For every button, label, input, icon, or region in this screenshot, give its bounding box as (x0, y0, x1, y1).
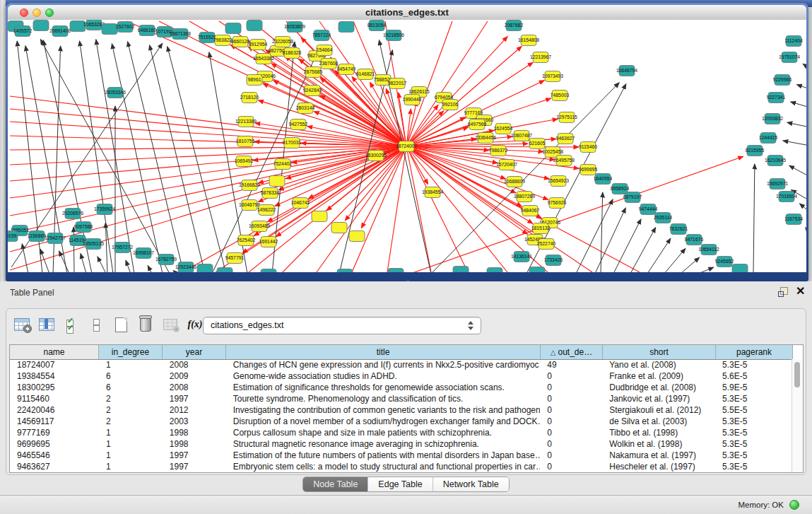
graph-node[interactable]: 12213967 (530, 52, 551, 63)
tab-edge-table[interactable]: Edge Table (368, 477, 433, 491)
graph-node[interactable]: 1624554 (494, 124, 513, 134)
graph-node[interactable]: 1810755 (236, 136, 255, 147)
table-settings-icon[interactable] (13, 315, 31, 334)
graph-node[interactable]: 2522740 (537, 239, 556, 250)
table-row[interactable]: 1938455462009Genome-wide association stu… (10, 370, 792, 382)
graph-node[interactable]: 12923446 (175, 262, 196, 273)
graph-node[interactable]: 23226058 (272, 37, 293, 47)
graph-node[interactable]: 39159 (8, 231, 18, 242)
graph-node[interactable] (339, 22, 354, 33)
graph-hub-node[interactable]: 18724007 (396, 141, 417, 152)
graph-node[interactable]: 8186328 (283, 48, 302, 59)
graph-node[interactable]: 2087682 (505, 21, 524, 31)
graph-node[interactable]: 2803144 (296, 103, 315, 114)
graph-node[interactable]: 1498222 (257, 205, 276, 216)
graph-node[interactable] (388, 269, 404, 273)
graph-node[interactable] (102, 24, 117, 35)
paired-rows-icon[interactable] (87, 315, 105, 334)
graph-node[interactable]: 2875685 (304, 67, 323, 78)
table-row[interactable]: 946362711997Embryonic stem cells: a mode… (10, 461, 792, 472)
graph-node[interactable]: 9427552 (289, 119, 308, 130)
graph-node[interactable] (529, 267, 545, 273)
graph-node[interactable] (33, 21, 49, 31)
graph-node[interactable]: 8660128 (231, 37, 250, 47)
graph-node[interactable]: 2935114 (654, 213, 672, 223)
scrollbar-thumb[interactable] (794, 362, 800, 387)
graph-node[interactable]: 1990448 (403, 95, 422, 105)
graph-node[interactable]: 6466160 (138, 25, 157, 36)
graph-node[interactable]: 9115460 (579, 142, 597, 153)
table-row[interactable]: 969969511998Structural magnetic resonanc… (10, 438, 792, 450)
graph-node[interactable]: 18807289 (514, 192, 535, 202)
graph-node[interactable] (197, 264, 213, 273)
graph-node[interactable]: 8813054 (367, 21, 387, 31)
graph-node[interactable]: 17016504 (776, 192, 797, 202)
graph-node[interactable] (247, 21, 262, 31)
graph-node[interactable]: 17957272 (112, 243, 133, 253)
graph-node[interactable]: 17359924 (94, 204, 115, 215)
table-column-icon[interactable] (37, 315, 56, 334)
graph-node[interactable]: 9699695 (579, 165, 598, 175)
graph-node[interactable]: 15692971 (767, 179, 788, 189)
graph-node[interactable] (217, 268, 233, 273)
graph-node[interactable]: 15751074 (779, 52, 800, 63)
graph-node[interactable]: 9484067 (521, 206, 540, 216)
column-header-in_degree[interactable]: in_degree (99, 345, 163, 359)
graph-node[interactable]: 10688609 (504, 177, 525, 187)
graph-node[interactable]: 1046742 (291, 198, 310, 209)
function-icon[interactable]: f(x) (186, 315, 204, 334)
graph-node[interactable]: 2367608 (319, 59, 339, 69)
table-row[interactable]: 977716911998Corpus callosum shape and si… (10, 427, 792, 438)
network-canvas[interactable]: 1405572206914061065328715276026466160107… (8, 20, 806, 272)
graph-node[interactable] (453, 267, 469, 273)
graph-node[interactable]: 9245652 (715, 257, 734, 267)
graph-node[interactable]: 16210645 (765, 156, 786, 166)
graph-node[interactable] (269, 176, 285, 187)
graph-node[interactable]: 15654923 (548, 176, 569, 187)
graph-node[interactable]: 1167534 (784, 214, 803, 225)
column-header-out_degree[interactable]: △out_de… (541, 345, 603, 359)
graph-node[interactable]: 8912954 (249, 40, 268, 50)
graph-node[interactable]: 19384554 (422, 187, 443, 198)
graph-node[interactable]: 9229966 (773, 75, 792, 86)
table-row[interactable]: 911546021997Tourette syndrome. Phenomeno… (10, 393, 792, 404)
column-header-short[interactable]: short (603, 345, 716, 359)
graph-node[interactable] (349, 231, 365, 242)
graph-node[interactable] (732, 264, 748, 273)
graph-node[interactable]: 16093489 (249, 221, 270, 232)
graph-node[interactable]: 9227341 (767, 93, 786, 103)
table-row[interactable]: 2242004622012Investigating the contribut… (10, 404, 792, 416)
graph-node[interactable]: 6879197 (623, 192, 642, 203)
network-window-titlebar[interactable]: citations_edges.txt (8, 5, 806, 21)
graph-node[interactable]: 8215955 (746, 146, 765, 156)
graph-node[interactable]: 154664 (317, 45, 333, 56)
table-row[interactable]: 1872400712008Changes of HCN gene express… (10, 359, 792, 370)
graph-node[interactable]: 19218506 (383, 30, 404, 41)
graph-node[interactable]: 7632621 (669, 224, 688, 235)
graph-node[interactable]: 9097588 (74, 222, 93, 233)
graph-node[interactable]: 98961 (247, 75, 262, 86)
column-header-year[interactable]: year (163, 345, 226, 359)
column-header-name[interactable]: name (10, 345, 99, 359)
graph-node[interactable]: 6497568 (468, 119, 487, 130)
graph-node[interactable]: 9170031 (283, 138, 302, 148)
graph-node[interactable]: 15720407 (496, 160, 517, 170)
graph-node[interactable]: 12093832 (762, 114, 783, 124)
graph-node[interactable]: 9242843 (303, 86, 322, 96)
graph-node[interactable]: 16154808 (518, 35, 539, 46)
graph-node[interactable]: 16958107 (133, 248, 154, 259)
table-vertical-scrollbar[interactable] (792, 359, 803, 472)
graph-node[interactable]: 1527602 (116, 22, 135, 33)
graph-node[interactable]: 1065492 (235, 156, 254, 167)
graph-node[interactable]: 10973493 (542, 71, 563, 82)
graph-node[interactable]: 10807487 (511, 131, 532, 141)
graph-node[interactable]: 12213389 (235, 117, 257, 127)
graph-node[interactable]: 14136141 (511, 252, 532, 262)
graph-node[interactable] (331, 223, 347, 233)
graph-node[interactable]: 992106 (442, 100, 459, 110)
graph-node[interactable] (487, 268, 502, 273)
table-selector-dropdown[interactable]: citations_edges.txt (203, 317, 481, 334)
table-row[interactable]: 1830029562008Estimation of significance … (10, 382, 792, 393)
graph-node[interactable]: 1112404 (784, 36, 803, 47)
graph-node[interactable]: 18300295 (365, 151, 387, 161)
